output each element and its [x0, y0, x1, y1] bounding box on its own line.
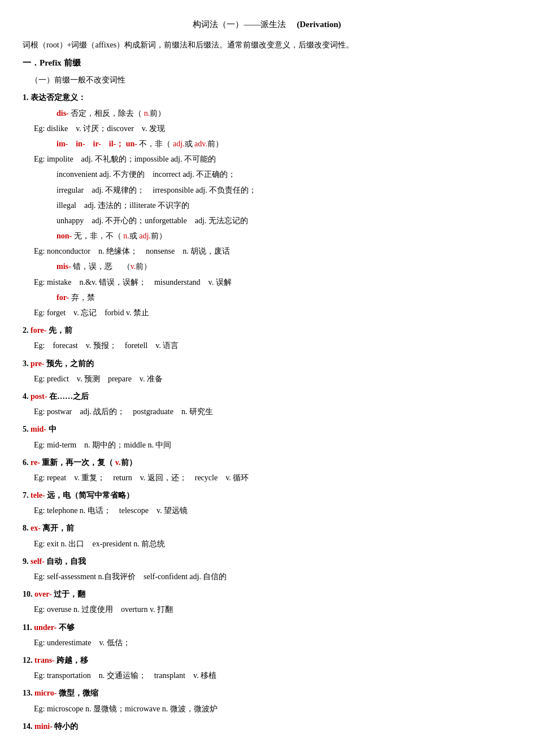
prefix-im: im- in- ir- il-；	[57, 140, 124, 148]
unhappy-text: unhappy adj. 不开心的；unforgettable adj. 无法忘…	[57, 216, 248, 225]
item9-num: 9.	[23, 557, 31, 566]
prefix-im-or: 或	[185, 140, 195, 148]
prefix-non-pos2: 前）	[151, 232, 167, 240]
prefix-non-meaning: 无，非，不（	[74, 232, 121, 240]
intro-line: 词根（root）+词缀（affixes）构成新词，前缀法和后缀法。通常前缀改变意…	[23, 38, 511, 52]
eg-micro-text: Eg: microscope n. 显微镜；microwave n. 微波，微波…	[34, 705, 218, 713]
eg-non-text: Eg: nonconductor n. 绝缘体； nonsense n. 胡说，…	[34, 247, 230, 255]
intro-text: 词根（root）+词缀（affixes）构成新词，前缀法和后缀法。通常前缀改变意…	[23, 41, 354, 49]
item-1: 1. 表达否定意义：	[23, 90, 511, 105]
page-title: 构词法（一）——派生法 (Derivation)	[23, 17, 511, 32]
item8-num: 8.	[23, 524, 31, 532]
item5-num: 5.	[23, 425, 31, 433]
subsection1-label: （一）前缀一般不改变词性	[31, 76, 125, 84]
prefix-non-or: 或	[129, 232, 140, 240]
prefix-dis-pos2: 前）	[150, 109, 166, 118]
item-9: 9. self- 自动，自我	[23, 554, 511, 568]
prefix-mis-label: mis-	[57, 262, 71, 271]
title-text: 构词法（一）——派生法	[193, 20, 286, 29]
eg-fore-text: Eg: forecast v. 预报； foretell v. 语言	[34, 341, 179, 350]
eg-re-text: Eg: repeat v. 重复； return v. 返回，还； recycl…	[34, 473, 249, 482]
eg-re: Eg: repeat v. 重复； return v. 返回，还； recycl…	[34, 471, 511, 485]
prefix-re-pos2: 前）	[121, 458, 137, 467]
prefix-re-pos: v.	[115, 458, 121, 467]
item-4: 4. post- 在……之后	[23, 389, 511, 403]
prefix-mis: mis- 错，误，恶 （v.前）	[57, 259, 511, 273]
prefix-non: non- 无，非，不（ n.或 adj.前）	[57, 229, 511, 243]
eg-pre: Eg: predict v. 预测 prepare v. 准备	[34, 372, 511, 386]
eg-dis: Eg: dislike v. 讨厌；discover v. 发现	[34, 121, 511, 136]
item1-num: 1.	[23, 93, 29, 102]
item3-num: 3.	[23, 359, 31, 368]
prefix-pre: pre-	[31, 359, 45, 368]
eg-ex: Eg: exit n. 出口 ex-president n. 前总统	[34, 537, 511, 551]
item-13: 13. micro- 微型，微缩	[23, 686, 511, 700]
item6-meaning: 重新，再一次，复（	[42, 458, 113, 467]
prefix-mini: mini-	[34, 722, 53, 731]
item9-meaning: 自动，自我	[46, 557, 86, 566]
section1-label: 一．Prefix 前缀	[23, 58, 81, 67]
item11-num: 11.	[23, 623, 34, 632]
eg-fore: Eg: forecast v. 预报； foretell v. 语言	[34, 338, 511, 353]
eg-tele-text: Eg: telephone n. 电话； telescope v. 望远镜	[34, 506, 188, 515]
illegal-text: illegal adj. 违法的；illiterate 不识字的	[57, 201, 189, 210]
prefix-im-pos2: 前）	[207, 140, 223, 148]
prefix-post: post-	[31, 392, 47, 401]
eg-im: Eg: impolite adj. 不礼貌的；impossible adj. 不…	[34, 152, 511, 166]
eg-over: Eg: overuse n. 过度使用 overturn v. 打翻	[34, 602, 511, 616]
prefix-under: under-	[34, 623, 57, 632]
item-6: 6. re- 重新，再一次，复（ v.前）	[23, 455, 511, 470]
prefix-dis-meaning: 否定，相反，除去（	[71, 109, 142, 118]
prefix-re: re-	[31, 458, 40, 467]
prefix-mid: mid-	[31, 425, 46, 433]
eg-over-text: Eg: overuse n. 过度使用 overturn v. 打翻	[34, 605, 173, 614]
eg-for-text: Eg: forget v. 忘记 forbid v. 禁止	[34, 309, 149, 317]
prefix-fore: fore-	[31, 326, 47, 334]
prefix-non-adj: adj.	[139, 232, 151, 240]
prefix-im-meaning: 不，非（	[139, 140, 171, 148]
inconvenient-text: inconvenient adj. 不方便的 incorrect adj. 不正…	[57, 170, 236, 179]
prefix-non-pos: n.	[123, 232, 129, 240]
item12-meaning: 跨越，移	[57, 656, 88, 664]
eg-tele: Eg: telephone n. 电话； telescope v. 望远镜	[34, 503, 511, 518]
prefix-dis: dis- 否定，相反，除去（ n.前）	[57, 106, 511, 120]
section1-title: 一．Prefix 前缀	[23, 55, 511, 71]
line-illegal: illegal adj. 违法的；illiterate 不识字的	[57, 198, 511, 212]
item5-meaning: 中	[49, 425, 57, 433]
line-irregular: irregular adj. 不规律的； irresponsible adj. …	[57, 183, 511, 197]
prefix-for: for- 弃，禁	[57, 290, 511, 305]
prefix-trans: trans-	[34, 656, 55, 664]
eg-mid: Eg: mid-term n. 期中的；middle n. 中间	[34, 438, 511, 452]
prefix-dis-pos: n.	[144, 109, 150, 118]
prefix-non-label: non-	[57, 232, 72, 240]
item-12: 12. trans- 跨越，移	[23, 653, 511, 667]
item-8: 8. ex- 离开，前	[23, 521, 511, 535]
eg-for: Eg: forget v. 忘记 forbid v. 禁止	[34, 306, 511, 320]
prefix-mis-pos2: 前）	[136, 262, 151, 271]
eg-dis-text: Eg: dislike v. 讨厌；discover v. 发现	[34, 124, 165, 133]
prefix-ex: ex-	[31, 524, 41, 532]
eg-ex-text: Eg: exit n. 出口 ex-president n. 前总统	[34, 540, 165, 548]
item-5: 5. mid- 中	[23, 422, 511, 436]
eg-trans: Eg: transportation n. 交通运输； transplant v…	[34, 668, 511, 683]
prefix-self: self-	[31, 557, 45, 566]
eg-self: Eg: self-assessment n.自我评价 self-confiden…	[34, 570, 511, 584]
eg-pre-text: Eg: predict v. 预测 prepare v. 准备	[34, 375, 163, 383]
prefix-mis-v: v.	[131, 262, 136, 271]
item-7: 7. tele- 远，电（简写中常省略）	[23, 488, 511, 502]
item-14: 14. mini- 特小的	[23, 719, 511, 733]
eg-mis: Eg: mistake n.&v. 错误，误解； misunderstand v…	[34, 275, 511, 289]
item4-meaning: 在……之后	[49, 392, 89, 401]
eg-mid-text: Eg: mid-term n. 期中的；middle n. 中间	[34, 441, 171, 449]
eg-micro: Eg: microscope n. 显微镜；microwave n. 微波，微波…	[34, 702, 511, 716]
item2-meaning: 先，前	[49, 326, 72, 334]
item4-num: 4.	[23, 392, 31, 401]
eg-post-text: Eg: postwar adj. 战后的； postgraduate n. 研究…	[34, 407, 213, 416]
prefix-tele: tele-	[31, 491, 45, 499]
title-sub: (Derivation)	[297, 20, 341, 29]
prefix-dis-label: dis-	[57, 109, 69, 118]
prefix-for-label: for-	[57, 293, 69, 302]
line-inconvenient: inconvenient adj. 不方便的 incorrect adj. 不正…	[57, 167, 511, 181]
page-container: 构词法（一）——派生法 (Derivation) 词根（root）+词缀（aff…	[23, 17, 511, 733]
item10-num: 10.	[23, 590, 34, 598]
